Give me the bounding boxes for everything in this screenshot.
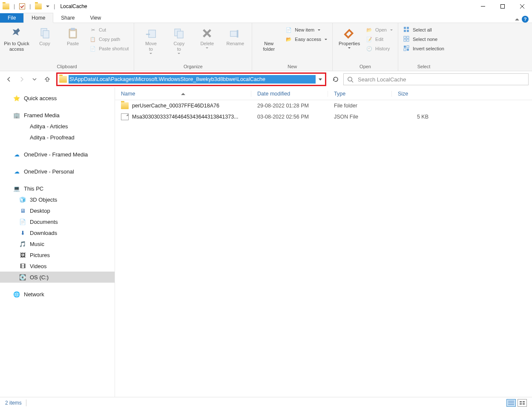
svg-rect-12 — [230, 31, 238, 37]
refresh-button[interactable] — [330, 73, 342, 85]
sidebar-music[interactable]: 🎵Music — [0, 238, 115, 249]
search-icon — [347, 76, 354, 83]
download-icon: ⬇ — [19, 229, 26, 236]
ribbon-tabs: File Home Share View ? — [0, 13, 532, 23]
search-box[interactable] — [343, 73, 529, 85]
easy-access-button[interactable]: 📂Easy access — [284, 35, 329, 43]
edit-button[interactable]: 📝Edit — [364, 35, 394, 43]
svg-rect-23 — [407, 46, 409, 48]
sidebar-onedrive-framed[interactable]: ☁OneDrive - Framed Media — [0, 149, 115, 160]
new-folder-button[interactable]: New folder — [256, 25, 282, 52]
tab-file[interactable]: File — [0, 13, 23, 23]
folder-icon — [59, 76, 67, 83]
svg-point-26 — [348, 77, 352, 81]
minimize-button[interactable] — [473, 0, 493, 13]
open-button[interactable]: 📂Open — [364, 26, 394, 34]
address-dropdown-button[interactable] — [316, 78, 325, 81]
navigation-pane[interactable]: ⭐Quick access 🏢Framed Media Aditya - Art… — [0, 87, 115, 397]
tab-share[interactable]: Share — [53, 13, 82, 23]
cloud-icon: ☁ — [13, 168, 20, 175]
qat-folder-icon-2 — [35, 3, 42, 9]
chevron-down-icon — [319, 78, 322, 81]
history-button[interactable]: 🕘History — [364, 44, 394, 53]
properties-button[interactable]: Properties — [336, 25, 362, 49]
recent-dropdown-button[interactable] — [29, 74, 40, 85]
svg-rect-20 — [404, 39, 406, 41]
file-rows: perUserCache_00037FFE46D18A7629-08-2022 … — [115, 100, 532, 397]
svg-rect-16 — [404, 30, 406, 32]
group-open: Properties 📂Open 📝Edit 🕘History Open — [333, 23, 398, 71]
sidebar-pictures[interactable]: 🖼Pictures — [0, 249, 115, 260]
paste-shortcut-button[interactable]: 📄Paste shortcut — [88, 44, 130, 53]
sidebar-quick-access[interactable]: ⭐Quick access — [0, 93, 115, 104]
column-type[interactable]: Type — [328, 91, 392, 97]
sidebar-network[interactable]: 🌐Network — [0, 289, 115, 300]
file-row[interactable]: Msa3030303337464645343644313841373...03-… — [115, 111, 532, 122]
sidebar-videos[interactable]: 🎞Videos — [0, 260, 115, 272]
group-select: Select all Select none Invert selection … — [398, 23, 449, 71]
column-headers: Name Date modified Type Size — [115, 87, 532, 100]
sidebar-aditya-articles[interactable]: Aditya - Articles — [0, 121, 115, 132]
cut-button[interactable]: ✂Cut — [88, 26, 130, 34]
copy-button[interactable]: Copy — [32, 25, 58, 46]
svg-rect-9 — [149, 30, 155, 38]
svg-rect-11 — [178, 31, 184, 38]
group-organize: Move to Copy to Delete Rename Organize — [134, 23, 252, 71]
rename-button[interactable]: Rename — [222, 25, 248, 46]
select-all-button[interactable]: Select all — [402, 26, 446, 34]
help-icon[interactable]: ? — [522, 16, 529, 23]
svg-rect-34 — [523, 403, 525, 405]
sidebar-this-pc[interactable]: 💻This PC — [0, 183, 115, 194]
svg-rect-8 — [70, 31, 76, 37]
status-item-count: 2 items — [5, 400, 22, 406]
tab-home[interactable]: Home — [23, 13, 53, 23]
back-button[interactable] — [3, 74, 14, 85]
pc-icon: 💻 — [13, 185, 20, 192]
invert-selection-button[interactable]: Invert selection — [402, 44, 446, 53]
sidebar-documents[interactable]: 📄Documents — [0, 216, 115, 227]
close-button[interactable] — [512, 0, 532, 13]
sidebar-desktop[interactable]: 🖥Desktop — [0, 205, 115, 216]
title-bar: | | | LocalCache — [0, 0, 532, 13]
checkbox-icon[interactable] — [19, 3, 25, 9]
file-row[interactable]: perUserCache_00037FFE46D18A7629-08-2022 … — [115, 100, 532, 111]
sidebar-3d-objects[interactable]: 🧊3D Objects — [0, 194, 115, 205]
qat-folder-icon — [3, 3, 9, 9]
forward-button[interactable] — [16, 74, 27, 85]
file-list-pane: Name Date modified Type Size perUserCach… — [115, 87, 532, 397]
column-size[interactable]: Size — [392, 91, 434, 97]
copy-path-button[interactable]: 📋Copy path — [88, 35, 130, 43]
svg-rect-5 — [43, 31, 49, 38]
star-icon: ⭐ — [13, 95, 20, 101]
sidebar-aditya-proofread[interactable]: Aditya - Proofread — [0, 132, 115, 143]
delete-button[interactable]: Delete — [194, 25, 220, 49]
svg-rect-25 — [407, 49, 409, 51]
select-none-button[interactable]: Select none — [402, 35, 446, 43]
details-view-button[interactable] — [506, 399, 516, 407]
sidebar-os-c[interactable]: 💽OS (C:) — [0, 272, 115, 283]
search-input[interactable] — [358, 76, 525, 83]
desktop-icon: 🖥 — [19, 207, 26, 214]
collapse-ribbon-icon[interactable] — [515, 18, 519, 20]
address-bar[interactable] — [56, 72, 326, 86]
qat-dropdown-icon[interactable] — [46, 6, 49, 7]
move-to-button[interactable]: Move to — [138, 25, 164, 54]
up-button[interactable] — [42, 74, 53, 85]
copy-to-button[interactable]: Copy to — [166, 25, 192, 54]
cloud-icon: ☁ — [13, 151, 20, 158]
large-icons-view-button[interactable] — [518, 399, 527, 407]
navigation-bar — [0, 71, 532, 87]
maximize-button[interactable] — [493, 0, 512, 13]
sidebar-onedrive-personal[interactable]: ☁OneDrive - Personal — [0, 166, 115, 177]
sidebar-framed-media[interactable]: 🏢Framed Media — [0, 110, 115, 121]
paste-button[interactable]: Paste — [60, 25, 86, 46]
new-item-button[interactable]: 📄New item — [284, 26, 329, 34]
svg-rect-21 — [407, 39, 409, 41]
tab-view[interactable]: View — [82, 13, 109, 23]
svg-rect-33 — [520, 403, 522, 405]
sidebar-downloads[interactable]: ⬇Downloads — [0, 227, 115, 238]
svg-rect-1 — [501, 5, 505, 9]
column-date[interactable]: Date modified — [251, 91, 328, 97]
address-input[interactable] — [69, 75, 316, 84]
pin-to-quick-access-button[interactable]: Pin to Quick access — [3, 25, 30, 52]
